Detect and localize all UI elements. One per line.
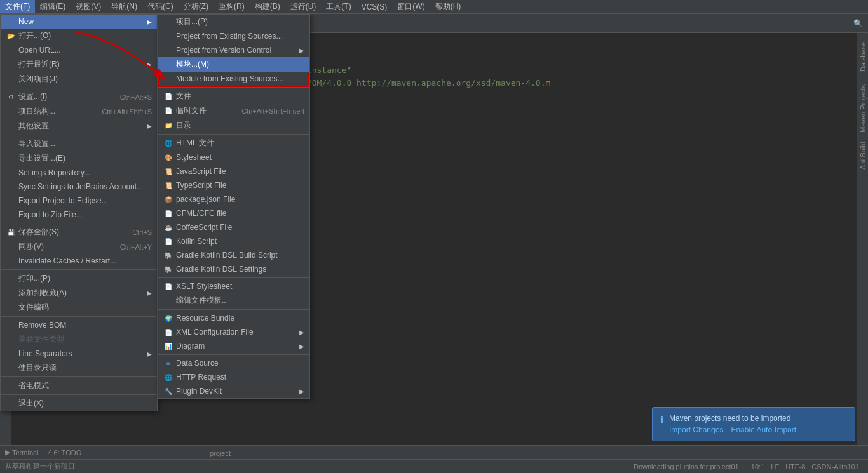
file-menu-exporteclipse[interactable]: Export Project to Eclipse... [1, 194, 157, 208]
file-menu-new[interactable]: New ▶ [1, 15, 157, 29]
menu-edit[interactable]: 编辑(E) [35, 0, 71, 13]
file-menu-saveall[interactable]: 💾 保存全部(S) Ctrl+S [1, 225, 157, 239]
charset-info: UTF-8 [785, 463, 805, 470]
file-menu-close[interactable]: 关闭项目(J) [1, 72, 157, 86]
file-menu-exportsettings[interactable]: 导出设置...(E) [1, 151, 157, 166]
maven-projects-tab[interactable]: Maven Projects [858, 81, 868, 137]
menu-navigate[interactable]: 导航(N) [106, 0, 142, 13]
file-menu-exit[interactable]: 退出(X) [1, 396, 157, 411]
importsettings-icon [6, 139, 16, 149]
menu-analyze[interactable]: 分析(Z) [179, 0, 214, 13]
file-menu-recent[interactable]: 打开最近(R) ▶ [1, 57, 157, 72]
menu-view[interactable]: 视图(V) [71, 0, 106, 13]
close-icon [6, 74, 16, 84]
file-menu-assocfiletype[interactable]: 关联文件类型 [1, 332, 157, 347]
status-message: 从草稿创建一个新项目 [5, 462, 75, 471]
file-menu-sync[interactable]: 同步(V) Ctrl+Alt+Y [1, 239, 157, 254]
invalidate-icon [6, 256, 16, 266]
sep1 [1, 88, 157, 88]
menu-tools[interactable]: 工具(T) [321, 0, 356, 13]
cursor-position: 10:1 [751, 463, 764, 470]
search-icon[interactable]: 🔍 [853, 19, 863, 28]
file-menu-open[interactable]: 📂 打开...(O) [1, 29, 157, 43]
removebom-icon [6, 320, 16, 330]
menu-code[interactable]: 代码(C) [142, 0, 179, 13]
file-dropdown: New ▶ 📂 打开...(O) Open URL... 打开最近(R) ▶ 关… [0, 14, 158, 411]
todo-tab[interactable]: ✓ 6: TODO [46, 448, 82, 456]
right-sidebar-tabs: Database Maven Projects Ant Build [857, 33, 868, 445]
file-menu-settingsrepo[interactable]: Settings Repository... [1, 166, 157, 180]
recent-arrow-icon: ▶ [147, 61, 152, 68]
file-menu-projstruct[interactable]: 项目结构... Ctrl+Alt+Shift+S [1, 104, 157, 119]
todo-icon: ✓ [46, 448, 52, 456]
file-menu-print[interactable]: 打印...(P) [1, 271, 157, 286]
import-changes-link[interactable]: Import Changes [669, 425, 723, 434]
code-line-7: <groupId>m.itheima</groupId> [43, 102, 844, 114]
openurl-icon [6, 45, 16, 55]
bottom-project-label: project [210, 450, 231, 457]
file-menu-invalidate[interactable]: Invalidate Caches / Restart... [1, 254, 157, 268]
exporteclipse-icon [6, 196, 16, 206]
sep5 [1, 316, 157, 317]
menu-window[interactable]: 窗口(W) [392, 0, 430, 13]
file-menu-powermode[interactable]: 省电模式 [1, 378, 157, 393]
file-menu-settings[interactable]: ⚙ 设置...(I) Ctrl+Alt+S [1, 90, 157, 104]
file-menu-importsettings[interactable]: 导入设置... [1, 137, 157, 151]
addtofav-arrow-icon: ▶ [147, 290, 152, 296]
assocfiletype-icon [6, 335, 16, 345]
menu-bar: 文件(F) 编辑(E) 视图(V) 导航(N) 代码(C) 分析(Z) 重构(R… [0, 0, 868, 14]
status-bar: 从草稿创建一个新项目 Downloading plugins for proje… [0, 459, 868, 473]
settingsrepo-icon [6, 168, 16, 178]
fileencoding-icon [6, 303, 16, 313]
enable-autoimport-link[interactable]: Enable Auto-Import [731, 425, 796, 434]
code-line-8: <artifactId>project01</artifactId> [43, 114, 844, 126]
print-icon [6, 274, 16, 284]
ant-build-tab[interactable]: Ant Build [859, 142, 867, 170]
file-menu-fileencoding[interactable]: 文件编码 [1, 300, 157, 315]
menu-run[interactable]: 运行(U) [285, 0, 322, 13]
terminal-tab[interactable]: ▶ Terminal [5, 448, 39, 456]
notification-text: Maven projects need to be imported Impor… [669, 414, 847, 434]
addtofav-icon [6, 288, 16, 298]
file-menu-openurl[interactable]: Open URL... [1, 43, 157, 57]
syncsettings-icon [6, 182, 16, 192]
menu-build[interactable]: 构建(B) [250, 0, 285, 13]
menu-refactor[interactable]: 重构(R) [214, 0, 250, 13]
file-menu-removebom[interactable]: Remove BOM [1, 318, 157, 332]
code-line-1: <?xml version="1.0" encoding="UTF-8"?> [43, 39, 844, 52]
sync-icon [6, 242, 16, 252]
file-menu-exportzip[interactable]: Export to Zip File... [1, 208, 157, 222]
projstruct-shortcut: Ctrl+Alt+Shift+S [102, 108, 152, 116]
sep4 [1, 269, 157, 270]
status-bar-right: Downloading plugins for project01... 10:… [634, 463, 863, 470]
bottom-bar: ▶ Terminal ✓ 6: TODO project [0, 445, 868, 459]
notification-links: Import Changes Enable Auto-Import [669, 425, 847, 434]
linesep-arrow-icon: ▶ [147, 350, 152, 357]
todo-label: 6: TODO [54, 449, 82, 456]
menu-help[interactable]: 帮助(H) [430, 0, 466, 13]
code-line-4: xsi:schemaLocation="http://maven.apache.… [43, 77, 844, 90]
file-menu-othersettings[interactable]: 其他设置 ▶ [1, 119, 157, 133]
recent-icon [6, 60, 16, 70]
exportsettings-icon [6, 154, 16, 164]
projstruct-icon [6, 107, 16, 117]
settings-shortcut: Ctrl+Alt+S [120, 93, 152, 101]
database-tab[interactable]: Database [858, 38, 868, 76]
file-menu-addtofav[interactable]: 添加到收藏(A) ▶ [1, 286, 157, 300]
code-line-3: xmlns:xsi="http://www.w3.org/2001/XMLSch… [43, 64, 844, 77]
othersettings-icon [6, 121, 16, 131]
exit-icon [6, 399, 16, 409]
file-menu-linesep[interactable]: Line Separators ▶ [1, 347, 157, 361]
menu-file[interactable]: 文件(F) [0, 0, 35, 13]
new-icon [6, 17, 16, 27]
sep6 [1, 376, 157, 377]
terminal-icon: ▶ [5, 448, 10, 456]
sep2 [1, 135, 157, 135]
file-menu-syncsettings[interactable]: Sync Settings to JetBrains Account... [1, 180, 157, 194]
terminal-label: Terminal [12, 449, 39, 456]
sync-shortcut: Ctrl+Alt+Y [120, 243, 152, 251]
csdn-label: CSDN-Alita101_ [811, 463, 863, 470]
settings-icon: ⚙ [6, 92, 16, 102]
file-menu-makereadonly[interactable]: 使目录只读 [1, 361, 157, 375]
menu-vcs[interactable]: VCS(S) [356, 1, 393, 13]
